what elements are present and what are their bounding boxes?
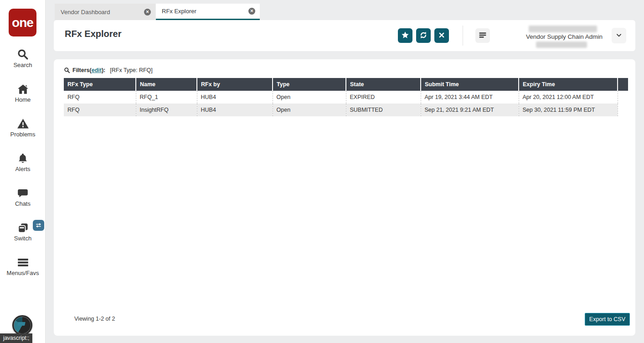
filters-applied-value: [RFx Type: RFQ] xyxy=(110,67,153,73)
refresh-button[interactable] xyxy=(416,28,431,43)
cell-expiry-time: Sep 30, 2021 11:59 PM EDT xyxy=(519,104,618,116)
cell-state: SUBMITTED xyxy=(346,104,421,116)
sidebar: one Search Home Problems xyxy=(0,0,46,343)
user-org-redacted xyxy=(536,42,587,48)
assistant-widget-icon[interactable] xyxy=(12,315,32,335)
sidebar-item-label: Home xyxy=(0,96,46,103)
user-info: Vendor Supply Chain Admin xyxy=(510,20,619,51)
column-header-spacer xyxy=(618,78,628,91)
cell-rfx-type: RFQ xyxy=(64,104,136,116)
rfx-table: RFx Type Name RFx by Type State Submit T… xyxy=(64,78,628,116)
star-icon xyxy=(401,31,410,41)
menu-lines-icon xyxy=(0,256,46,269)
cell-submit-time: Sep 21, 2021 9:21 AM EDT xyxy=(421,104,519,116)
sidebar-item-label: Chats xyxy=(0,200,46,207)
content-panel: Filters (edit): [RFx Type: RFQ] RFx Type… xyxy=(54,59,635,336)
sidebar-item-alerts[interactable]: Alerts xyxy=(0,152,46,172)
close-tab-icon[interactable]: ✕ xyxy=(144,9,151,16)
sidebar-item-label: Search xyxy=(0,62,46,68)
sidebar-item-label: Problems xyxy=(0,131,46,138)
cell-type: Open xyxy=(273,104,346,116)
cell-type: Open xyxy=(273,91,346,104)
sidebar-item-label: Switch xyxy=(0,235,46,242)
user-role: Vendor Supply Chain Admin xyxy=(510,33,619,40)
cell-spacer xyxy=(618,104,628,116)
header-menu-button[interactable] xyxy=(475,28,490,43)
app-root: one Search Home Problems xyxy=(0,0,644,343)
cell-rfx-by: HUB4 xyxy=(197,91,273,104)
refresh-icon xyxy=(419,31,428,41)
column-header-expiry-time[interactable]: Expiry Time xyxy=(519,78,618,91)
column-header-submit-time[interactable]: Submit Time xyxy=(421,78,519,91)
app-logo[interactable]: one xyxy=(9,9,36,36)
status-bar-link: javascript:; xyxy=(0,333,32,343)
tab-label: Vendor Dashboard xyxy=(61,9,144,16)
user-menu-button[interactable] xyxy=(612,28,626,43)
hamburger-icon xyxy=(478,31,487,41)
sidebar-item-home[interactable]: Home xyxy=(0,83,46,103)
filters-label: Filters xyxy=(72,67,90,73)
tab-label: RFx Explorer xyxy=(162,8,248,15)
cell-spacer xyxy=(618,91,628,104)
chevron-down-icon xyxy=(615,31,623,40)
warning-icon xyxy=(0,118,46,130)
header-divider xyxy=(463,26,463,46)
table-header-row: RFx Type Name RFx by Type State Submit T… xyxy=(64,78,628,91)
column-header-rfx-by[interactable]: RFx by xyxy=(197,78,273,91)
close-icon xyxy=(438,31,446,41)
column-header-rfx-type[interactable]: RFx Type xyxy=(64,78,136,91)
cell-rfx-type: RFQ xyxy=(64,91,136,104)
favorite-button[interactable] xyxy=(398,28,412,43)
close-tab-icon[interactable]: ✕ xyxy=(248,8,255,15)
sidebar-item-menus-favs[interactable]: Menus/Favs xyxy=(0,256,46,276)
column-header-name[interactable]: Name xyxy=(136,78,197,91)
swap-arrows-icon[interactable] xyxy=(33,220,44,231)
sidebar-item-chats[interactable]: Chats xyxy=(0,187,46,207)
sidebar-nav: Search Home Problems Alerts xyxy=(0,48,46,291)
table-row: RFQ InsightRFQ HUB4 Open SUBMITTED Sep 2… xyxy=(64,104,628,116)
sidebar-item-problems[interactable]: Problems xyxy=(0,118,46,138)
close-page-button[interactable] xyxy=(434,28,449,43)
chat-icon xyxy=(0,187,46,199)
sidebar-item-search[interactable]: Search xyxy=(0,48,46,68)
filters-search-icon xyxy=(64,67,70,73)
filters-paren-close: ): xyxy=(102,67,105,73)
table-row: RFQ RFQ_1 HUB4 Open EXPIRED Apr 19, 2021… xyxy=(64,91,628,104)
user-name-redacted xyxy=(529,26,597,32)
filters-bar: Filters (edit): [RFx Type: RFQ] xyxy=(64,67,153,73)
cell-name-link[interactable]: RFQ_1 xyxy=(136,91,197,104)
sidebar-item-label: Menus/Favs xyxy=(0,270,46,276)
sidebar-item-switch[interactable]: Switch xyxy=(0,222,46,242)
export-to-csv-button[interactable]: Export to CSV xyxy=(585,313,630,326)
sidebar-item-label: Alerts xyxy=(0,166,46,172)
page-header: RFx Explorer Vendor Supply Chain Admin xyxy=(54,20,635,51)
home-icon xyxy=(0,83,46,95)
cell-state: EXPIRED xyxy=(346,91,421,104)
app-logo-text: one xyxy=(12,16,33,30)
column-header-type[interactable]: Type xyxy=(273,78,346,91)
page-title: RFx Explorer xyxy=(65,29,121,39)
filters-edit-link[interactable]: edit xyxy=(92,67,102,73)
cell-submit-time: Apr 19, 2021 3:44 AM EDT xyxy=(421,91,519,104)
cell-name-link[interactable]: InsightRFQ xyxy=(136,104,197,116)
cell-rfx-by: HUB4 xyxy=(197,104,273,116)
record-count-status: Viewing 1-2 of 2 xyxy=(74,316,115,322)
cell-expiry-time: Apr 20, 2021 12:00 AM EDT xyxy=(519,91,618,104)
tab-rfx-explorer[interactable]: RFx Explorer ✕ xyxy=(156,4,260,20)
column-header-state[interactable]: State xyxy=(346,78,421,91)
search-icon xyxy=(0,48,46,61)
bell-icon xyxy=(0,152,46,165)
tab-vendor-dashboard[interactable]: Vendor Dashboard ✕ xyxy=(55,4,155,20)
